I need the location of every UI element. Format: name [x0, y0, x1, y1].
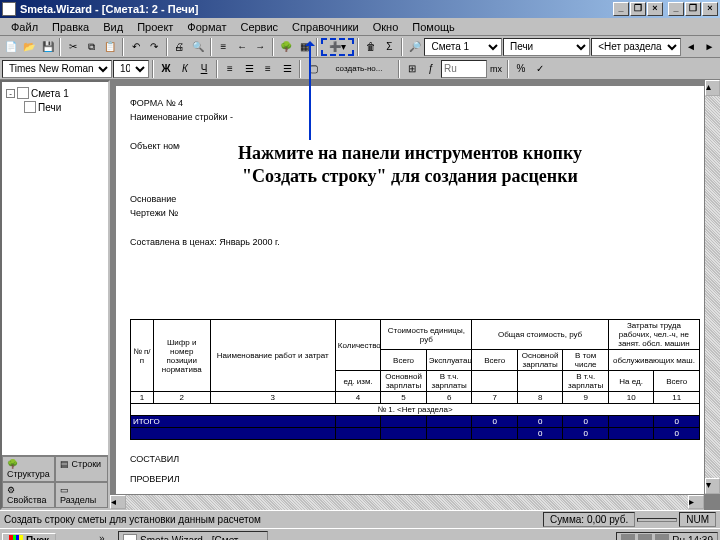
menu-view[interactable]: Вид [96, 19, 130, 35]
combo-subsection[interactable]: <Нет раздела> [591, 38, 681, 56]
doc-icon [17, 87, 29, 99]
menu-file[interactable]: Файл [4, 19, 45, 35]
align-r-button[interactable]: ≡ [259, 60, 277, 78]
toolbar-2: Times New Roman 10 Ж К Ч ≡ ☰ ≡ ☰ ▢ созда… [0, 58, 720, 80]
tab-sections[interactable]: ▭ Разделы [55, 482, 108, 508]
th-osnzp1: Основной зарплаты [381, 371, 427, 392]
new-button[interactable]: 📄 [2, 38, 19, 56]
bold-button[interactable]: Ж [157, 60, 175, 78]
cut-button[interactable]: ✂ [64, 38, 81, 56]
tree-child[interactable]: Печи [6, 100, 104, 114]
tree-root[interactable]: - Смета 1 [6, 86, 104, 100]
ql-3[interactable]: » [98, 532, 116, 541]
doc-sost: Составлена в ценах: Январь 2000 г. [130, 235, 700, 249]
th-qty: Количество [335, 320, 381, 371]
save-button[interactable]: 💾 [39, 38, 56, 56]
doc-osn: Основание [130, 192, 700, 206]
italic-button[interactable]: К [176, 60, 194, 78]
project-tree[interactable]: - Смета 1 Печи [2, 82, 108, 455]
vscrollbar[interactable]: ▴ ▾ [704, 80, 720, 494]
create-row-button[interactable]: ➕▾ [321, 38, 354, 56]
align-l-button[interactable]: ≡ [221, 60, 239, 78]
status-hint: Создать строку сметы для установки данны… [4, 514, 261, 525]
underline-button[interactable]: Ч [195, 60, 213, 78]
tree-button[interactable]: 🌳 [277, 38, 294, 56]
th-num: № п/п [131, 320, 154, 392]
menu-window[interactable]: Окно [366, 19, 406, 35]
tab-props[interactable]: ⚙ Свойства [2, 482, 55, 508]
align-dec-button[interactable]: ← [233, 38, 250, 56]
max-button[interactable]: ❐ [685, 2, 701, 16]
combo-section[interactable]: Печи [503, 38, 590, 56]
copy-button[interactable]: ⧉ [83, 38, 100, 56]
child-max-button[interactable]: ❐ [630, 2, 646, 16]
collapse-icon[interactable]: - [6, 89, 15, 98]
doc-form-no: ФОРМА № 4 [130, 96, 700, 110]
callout-arrow [309, 42, 311, 140]
open-button[interactable]: 📂 [20, 38, 37, 56]
tree-root-label: Смета 1 [31, 88, 69, 99]
task-smetawizard[interactable]: Smeta.Wizard - [Смет... [118, 531, 268, 541]
tab-rows[interactable]: ▤ Строки [55, 456, 108, 482]
redo-button[interactable]: ↷ [145, 38, 162, 56]
th-name: Наименование работ и затрат [210, 320, 335, 392]
font-select[interactable]: Times New Roman [2, 60, 112, 78]
create-row-hint[interactable]: создать-но... [323, 60, 395, 78]
start-button[interactable]: Пуск [2, 533, 56, 541]
border-button[interactable]: ▢ [304, 60, 322, 78]
menu-reference[interactable]: Справочники [285, 19, 366, 35]
th-cost-total: Общая стоимость, руб [472, 320, 609, 350]
tray-lang[interactable]: Ru [672, 535, 685, 540]
taskbar: Пуск » Smeta.Wizard - [Смет... Ru 14:39 [0, 528, 720, 540]
undo-button[interactable]: ↶ [127, 38, 144, 56]
formula-button[interactable]: ƒ [422, 60, 440, 78]
child-min-button[interactable]: _ [613, 2, 629, 16]
statusbar: Создать строку сметы для установки данны… [0, 510, 720, 528]
align-c-button[interactable]: ☰ [240, 60, 258, 78]
menu-help[interactable]: Помощь [405, 19, 462, 35]
delete-button[interactable]: 🗑 [362, 38, 379, 56]
tab-structure[interactable]: 🌳 Структура [2, 456, 55, 482]
close-button[interactable]: × [702, 2, 718, 16]
scroll-up-button[interactable]: ▴ [705, 80, 720, 96]
sidebar: - Смета 1 Печи 🌳 Структура ▤ Строки ⚙ Св… [0, 80, 110, 510]
min-button[interactable]: _ [668, 2, 684, 16]
menu-format[interactable]: Формат [180, 19, 233, 35]
print-button[interactable]: 🖨 [171, 38, 188, 56]
ql-2[interactable] [78, 532, 96, 541]
align-inc-button[interactable]: → [252, 38, 269, 56]
nav-back-button[interactable]: ◄ [682, 38, 699, 56]
paste-button[interactable]: 📋 [101, 38, 118, 56]
child-close-button[interactable]: × [647, 2, 663, 16]
align-left-button[interactable]: ≡ [215, 38, 232, 56]
menu-edit[interactable]: Правка [45, 19, 96, 35]
menu-service[interactable]: Сервис [233, 19, 285, 35]
menu-project[interactable]: Проект [130, 19, 180, 35]
th-vtchzp1: В т.ч. зарплаты [426, 371, 472, 392]
search-button[interactable]: 🔎 [406, 38, 423, 56]
tray-icon-2[interactable] [638, 534, 652, 541]
hscrollbar[interactable]: ◂ ▸ [110, 494, 704, 510]
mx-input[interactable] [441, 60, 487, 78]
windows-icon [9, 535, 23, 541]
tray-icon-3[interactable] [655, 534, 669, 541]
merge-button[interactable]: ⊞ [403, 60, 421, 78]
status-sum: Сумма: 0,00 руб. [543, 512, 635, 527]
calc-button[interactable]: Σ [381, 38, 398, 56]
nav-fwd-button[interactable]: ► [701, 38, 718, 56]
scroll-right-button[interactable]: ▸ [688, 495, 704, 509]
scroll-down-button[interactable]: ▾ [705, 478, 720, 494]
size-select[interactable]: 10 [113, 60, 149, 78]
combo-smeta[interactable]: Смета 1 [424, 38, 502, 56]
align-j-button[interactable]: ☰ [278, 60, 296, 78]
th-naed: На ед. [608, 371, 654, 392]
check-button[interactable]: ✓ [531, 60, 549, 78]
ql-1[interactable] [58, 532, 76, 541]
th-cost-unit: Стоимость единицы, руб [381, 320, 472, 350]
preview-button[interactable]: 🔍 [189, 38, 206, 56]
scroll-left-button[interactable]: ◂ [110, 495, 126, 509]
th-total2: Всего [472, 350, 518, 371]
tray-icon-1[interactable] [621, 534, 635, 541]
percent-button[interactable]: % [512, 60, 530, 78]
doc-sostavil: СОСТАВИЛ [130, 454, 700, 464]
